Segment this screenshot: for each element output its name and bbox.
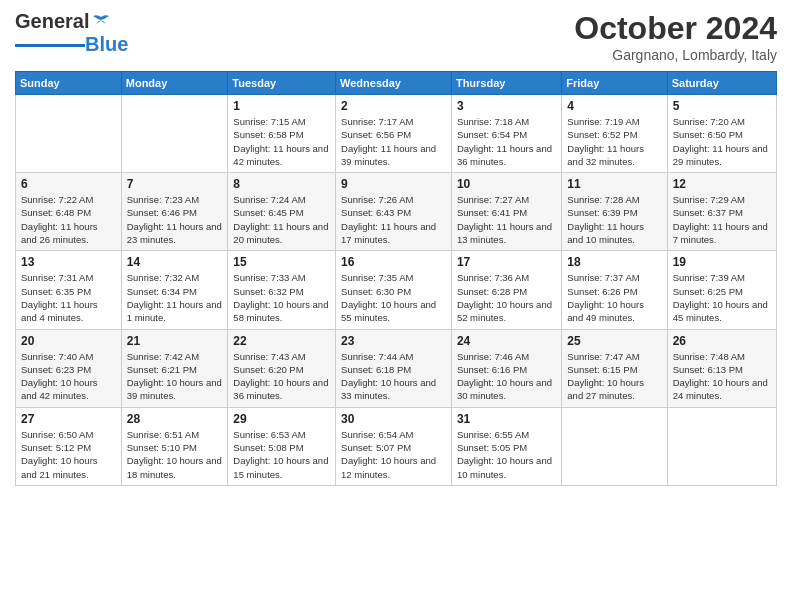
col-tuesday: Tuesday — [228, 72, 336, 95]
day-number: 25 — [567, 334, 661, 348]
logo-line — [15, 44, 85, 47]
calendar-week-row: 27Sunrise: 6:50 AMSunset: 5:12 PMDayligh… — [16, 407, 777, 485]
day-info: Sunrise: 7:36 AMSunset: 6:28 PMDaylight:… — [457, 271, 556, 324]
table-row: 7Sunrise: 7:23 AMSunset: 6:46 PMDaylight… — [121, 173, 228, 251]
day-info: Sunrise: 7:42 AMSunset: 6:21 PMDaylight:… — [127, 350, 223, 403]
day-number: 28 — [127, 412, 223, 426]
table-row: 19Sunrise: 7:39 AMSunset: 6:25 PMDayligh… — [667, 251, 776, 329]
day-info: Sunrise: 6:50 AMSunset: 5:12 PMDaylight:… — [21, 428, 116, 481]
table-row: 6Sunrise: 7:22 AMSunset: 6:48 PMDaylight… — [16, 173, 122, 251]
header-area: General Blue October 2024 Gargnano, Lomb… — [15, 10, 777, 63]
table-row: 5Sunrise: 7:20 AMSunset: 6:50 PMDaylight… — [667, 95, 776, 173]
table-row: 24Sunrise: 7:46 AMSunset: 6:16 PMDayligh… — [451, 329, 561, 407]
day-info: Sunrise: 7:33 AMSunset: 6:32 PMDaylight:… — [233, 271, 330, 324]
day-info: Sunrise: 7:28 AMSunset: 6:39 PMDaylight:… — [567, 193, 661, 246]
day-number: 22 — [233, 334, 330, 348]
table-row: 25Sunrise: 7:47 AMSunset: 6:15 PMDayligh… — [562, 329, 667, 407]
table-row: 13Sunrise: 7:31 AMSunset: 6:35 PMDayligh… — [16, 251, 122, 329]
day-number: 18 — [567, 255, 661, 269]
day-info: Sunrise: 7:39 AMSunset: 6:25 PMDaylight:… — [673, 271, 771, 324]
day-info: Sunrise: 7:44 AMSunset: 6:18 PMDaylight:… — [341, 350, 446, 403]
day-number: 12 — [673, 177, 771, 191]
day-number: 30 — [341, 412, 446, 426]
table-row — [562, 407, 667, 485]
location: Gargnano, Lombardy, Italy — [574, 47, 777, 63]
col-saturday: Saturday — [667, 72, 776, 95]
day-info: Sunrise: 7:32 AMSunset: 6:34 PMDaylight:… — [127, 271, 223, 324]
calendar-week-row: 13Sunrise: 7:31 AMSunset: 6:35 PMDayligh… — [16, 251, 777, 329]
day-number: 14 — [127, 255, 223, 269]
day-number: 3 — [457, 99, 556, 113]
day-number: 23 — [341, 334, 446, 348]
table-row: 14Sunrise: 7:32 AMSunset: 6:34 PMDayligh… — [121, 251, 228, 329]
day-info: Sunrise: 7:26 AMSunset: 6:43 PMDaylight:… — [341, 193, 446, 246]
table-row — [16, 95, 122, 173]
col-friday: Friday — [562, 72, 667, 95]
day-info: Sunrise: 6:53 AMSunset: 5:08 PMDaylight:… — [233, 428, 330, 481]
table-row: 8Sunrise: 7:24 AMSunset: 6:45 PMDaylight… — [228, 173, 336, 251]
col-thursday: Thursday — [451, 72, 561, 95]
day-info: Sunrise: 7:24 AMSunset: 6:45 PMDaylight:… — [233, 193, 330, 246]
table-row — [667, 407, 776, 485]
calendar-header-row: Sunday Monday Tuesday Wednesday Thursday… — [16, 72, 777, 95]
table-row: 20Sunrise: 7:40 AMSunset: 6:23 PMDayligh… — [16, 329, 122, 407]
table-row: 16Sunrise: 7:35 AMSunset: 6:30 PMDayligh… — [336, 251, 452, 329]
table-row: 12Sunrise: 7:29 AMSunset: 6:37 PMDayligh… — [667, 173, 776, 251]
day-number: 5 — [673, 99, 771, 113]
day-info: Sunrise: 7:19 AMSunset: 6:52 PMDaylight:… — [567, 115, 661, 168]
logo-bird-icon — [91, 12, 111, 32]
table-row: 29Sunrise: 6:53 AMSunset: 5:08 PMDayligh… — [228, 407, 336, 485]
table-row: 15Sunrise: 7:33 AMSunset: 6:32 PMDayligh… — [228, 251, 336, 329]
table-row: 1Sunrise: 7:15 AMSunset: 6:58 PMDaylight… — [228, 95, 336, 173]
calendar-week-row: 1Sunrise: 7:15 AMSunset: 6:58 PMDaylight… — [16, 95, 777, 173]
table-row: 26Sunrise: 7:48 AMSunset: 6:13 PMDayligh… — [667, 329, 776, 407]
day-info: Sunrise: 7:40 AMSunset: 6:23 PMDaylight:… — [21, 350, 116, 403]
day-info: Sunrise: 7:48 AMSunset: 6:13 PMDaylight:… — [673, 350, 771, 403]
day-number: 26 — [673, 334, 771, 348]
table-row — [121, 95, 228, 173]
day-info: Sunrise: 6:55 AMSunset: 5:05 PMDaylight:… — [457, 428, 556, 481]
day-info: Sunrise: 6:51 AMSunset: 5:10 PMDaylight:… — [127, 428, 223, 481]
day-number: 1 — [233, 99, 330, 113]
day-number: 24 — [457, 334, 556, 348]
table-row: 23Sunrise: 7:44 AMSunset: 6:18 PMDayligh… — [336, 329, 452, 407]
table-row: 10Sunrise: 7:27 AMSunset: 6:41 PMDayligh… — [451, 173, 561, 251]
day-info: Sunrise: 7:47 AMSunset: 6:15 PMDaylight:… — [567, 350, 661, 403]
day-number: 21 — [127, 334, 223, 348]
day-info: Sunrise: 7:18 AMSunset: 6:54 PMDaylight:… — [457, 115, 556, 168]
calendar-page: General Blue October 2024 Gargnano, Lomb… — [0, 0, 792, 496]
day-number: 17 — [457, 255, 556, 269]
calendar-week-row: 20Sunrise: 7:40 AMSunset: 6:23 PMDayligh… — [16, 329, 777, 407]
day-info: Sunrise: 7:23 AMSunset: 6:46 PMDaylight:… — [127, 193, 223, 246]
day-number: 13 — [21, 255, 116, 269]
day-info: Sunrise: 7:27 AMSunset: 6:41 PMDaylight:… — [457, 193, 556, 246]
col-monday: Monday — [121, 72, 228, 95]
day-number: 10 — [457, 177, 556, 191]
day-info: Sunrise: 7:29 AMSunset: 6:37 PMDaylight:… — [673, 193, 771, 246]
table-row: 3Sunrise: 7:18 AMSunset: 6:54 PMDaylight… — [451, 95, 561, 173]
table-row: 31Sunrise: 6:55 AMSunset: 5:05 PMDayligh… — [451, 407, 561, 485]
day-number: 19 — [673, 255, 771, 269]
table-row: 28Sunrise: 6:51 AMSunset: 5:10 PMDayligh… — [121, 407, 228, 485]
day-number: 29 — [233, 412, 330, 426]
title-area: October 2024 Gargnano, Lombardy, Italy — [574, 10, 777, 63]
day-number: 4 — [567, 99, 661, 113]
day-info: Sunrise: 7:20 AMSunset: 6:50 PMDaylight:… — [673, 115, 771, 168]
day-number: 2 — [341, 99, 446, 113]
table-row: 21Sunrise: 7:42 AMSunset: 6:21 PMDayligh… — [121, 329, 228, 407]
day-number: 9 — [341, 177, 446, 191]
day-info: Sunrise: 7:43 AMSunset: 6:20 PMDaylight:… — [233, 350, 330, 403]
day-number: 27 — [21, 412, 116, 426]
day-info: Sunrise: 7:17 AMSunset: 6:56 PMDaylight:… — [341, 115, 446, 168]
calendar-table: Sunday Monday Tuesday Wednesday Thursday… — [15, 71, 777, 486]
day-number: 31 — [457, 412, 556, 426]
col-sunday: Sunday — [16, 72, 122, 95]
table-row: 9Sunrise: 7:26 AMSunset: 6:43 PMDaylight… — [336, 173, 452, 251]
day-number: 7 — [127, 177, 223, 191]
logo-blue: Blue — [85, 33, 128, 56]
logo-general: General — [15, 10, 89, 33]
table-row: 22Sunrise: 7:43 AMSunset: 6:20 PMDayligh… — [228, 329, 336, 407]
day-number: 6 — [21, 177, 116, 191]
logo: General Blue — [15, 10, 128, 56]
day-number: 20 — [21, 334, 116, 348]
